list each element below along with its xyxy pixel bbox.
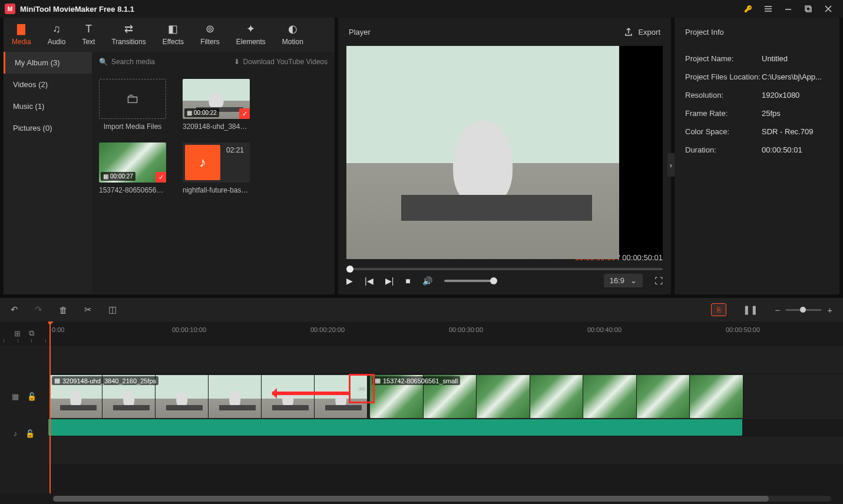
timeline-scrollbar[interactable] — [53, 496, 831, 502]
timeline-tracks[interactable]: 0:00 00:00:10:00 00:00:20:00 00:00:30:00… — [48, 321, 843, 493]
app-title: MiniTool MovieMaker Free 8.1.1 — [20, 5, 134, 14]
export-button[interactable]: Export — [624, 27, 660, 37]
sidebar-item-videos[interactable]: Videos (2) — [4, 74, 92, 95]
tab-filters[interactable]: ⊚Filters — [192, 18, 228, 52]
added-check-icon: ✓ — [156, 172, 166, 183]
export-icon — [624, 27, 633, 37]
tab-transitions[interactable]: ⇄Transitions — [103, 18, 154, 52]
attached-audio-strip[interactable] — [48, 419, 742, 436]
media-grid: 🗀 Import Media Files ▦00:00:22 ✓ 3209148… — [92, 72, 335, 294]
zoom-out-button[interactable]: − — [775, 305, 780, 315]
preview-area[interactable] — [346, 46, 663, 259]
sidebar-item-pictures[interactable]: Pictures (0) — [4, 117, 92, 139]
added-check-icon: ✓ — [239, 108, 250, 119]
tab-audio[interactable]: ♫Audio — [39, 18, 74, 52]
app-icon: M — [5, 4, 15, 14]
sidebar-item-myalbum[interactable]: My Album (3) — [4, 52, 92, 74]
sidebar-item-music[interactable]: Music (1) — [4, 95, 92, 117]
redo-button[interactable]: ↷ — [35, 304, 42, 315]
minimize-button[interactable] — [778, 0, 798, 18]
music-icon: ♪ — [185, 145, 220, 180]
motion-icon: ◐ — [288, 22, 297, 35]
timeline-area: ↶ ↷ 🗑 ✂ ◫ ⎘ ❚❚ − + ⊞ ⧉ ▦ 🔓 ♪ 🔓 — [0, 298, 843, 504]
chevron-down-icon: ⌄ — [630, 276, 637, 285]
split-button[interactable]: ✂ — [84, 304, 92, 315]
effects-icon: ◧ — [168, 22, 178, 35]
transitions-icon: ⇄ — [124, 22, 133, 35]
playhead[interactable] — [49, 321, 51, 493]
close-button[interactable] — [818, 0, 838, 18]
menu-icon[interactable] — [758, 0, 778, 18]
elements-icon: ✦ — [246, 22, 255, 35]
collapse-info-button[interactable]: › — [667, 153, 675, 177]
music-note-icon: ♫ — [52, 22, 61, 35]
project-info-panel: › Project Info Project Name:Untitled Pro… — [675, 18, 839, 294]
import-media-tile[interactable]: 🗀 Import Media Files — [99, 79, 166, 131]
search-input[interactable]: 🔍 Search media — [99, 58, 228, 66]
track-layers-button[interactable]: ⧉ — [29, 329, 34, 338]
volume-icon[interactable]: 🔊 — [422, 276, 432, 286]
audio-track-icon: ♪ — [14, 429, 18, 438]
project-info-title: Project Info — [675, 18, 839, 46]
svg-rect-1 — [806, 7, 811, 12]
media-sidebar: My Album (3) Videos (2) Music (1) Pictur… — [4, 52, 92, 294]
video-icon: ▦ — [375, 377, 381, 384]
clip-trim-handle[interactable]: ↔ — [349, 374, 375, 403]
player-panel: Player Export 00:00:00:00 / 00:00:50:01 … — [338, 18, 671, 294]
zoom-in-button[interactable]: + — [827, 305, 832, 315]
timeline-toolbar: ↶ ↷ 🗑 ✂ ◫ ⎘ ❚❚ − + — [0, 298, 843, 321]
crop-button[interactable]: ◫ — [108, 304, 117, 315]
svg-rect-0 — [805, 6, 810, 11]
stop-button[interactable]: ■ — [405, 276, 410, 286]
maximize-button[interactable] — [798, 0, 818, 18]
marker-button[interactable]: ❚❚ — [743, 304, 758, 315]
download-youtube-button[interactable]: ⬇ Download YouTube Videos — [234, 58, 328, 66]
timeline-clip-2[interactable]: ▦153742-806506561_small — [370, 375, 743, 418]
folder-icon: 🗀 — [126, 91, 139, 107]
auto-fit-button[interactable]: ⎘ — [711, 303, 726, 316]
timeline-ruler[interactable]: 0:00 00:00:10:00 00:00:20:00 00:00:30:00… — [48, 321, 843, 345]
video-icon: ▦ — [187, 110, 192, 116]
player-title: Player — [349, 28, 624, 37]
video-lock-button[interactable]: 🔓 — [27, 392, 37, 401]
fullscreen-button[interactable]: ⛶ — [654, 276, 663, 286]
progress-bar[interactable] — [346, 268, 663, 270]
filters-icon: ⊚ — [206, 22, 214, 35]
video-icon: ▦ — [103, 173, 108, 180]
tab-elements[interactable]: ✦Elements — [228, 18, 274, 52]
timeline-clip-1[interactable]: ▦3209148-uhd_3840_2160_25fps — [49, 375, 368, 418]
tab-effects[interactable]: ◧Effects — [154, 18, 192, 52]
search-icon: 🔍 — [99, 58, 108, 66]
audio-track[interactable] — [48, 436, 843, 464]
zoom-slider[interactable] — [786, 309, 821, 311]
video-icon: ▦ — [54, 377, 60, 384]
resize-cursor-icon: ↔ — [356, 383, 367, 395]
tab-media[interactable]: ▇Media — [4, 18, 39, 52]
license-key-icon[interactable] — [738, 0, 758, 18]
trim-arrow-annotation — [272, 392, 349, 395]
folder-icon: ▇ — [17, 22, 25, 35]
media-item-music1[interactable]: ♪ 02:21 nightfall-future-bass-... — [183, 142, 250, 194]
text-icon: T — [85, 22, 92, 35]
download-icon: ⬇ — [234, 58, 240, 66]
total-time: 00:00:50:01 — [622, 253, 663, 262]
next-frame-button[interactable]: ▶| — [385, 276, 394, 286]
prev-frame-button[interactable]: |◀ — [365, 276, 373, 286]
delete-button[interactable]: 🗑 — [59, 305, 68, 315]
tab-text[interactable]: TText — [74, 18, 103, 52]
undo-button[interactable]: ↶ — [11, 304, 18, 315]
video-track-icon: ▦ — [12, 392, 19, 401]
tab-motion[interactable]: ◐Motion — [274, 18, 312, 52]
play-button[interactable]: ▶ — [346, 276, 353, 286]
volume-slider[interactable] — [444, 280, 497, 282]
title-bar: M MiniTool MovieMaker Free 8.1.1 — [0, 0, 843, 18]
add-track-button[interactable]: ⊞ — [14, 329, 21, 338]
aspect-ratio-select[interactable]: 16:9 ⌄ — [604, 274, 643, 287]
media-tabs: ▇Media ♫Audio TText ⇄Transitions ◧Effect… — [4, 18, 335, 52]
media-item-clip1[interactable]: ▦00:00:22 ✓ 3209148-uhd_3840... — [183, 79, 250, 131]
audio-lock-button[interactable]: 🔓 — [25, 429, 35, 438]
media-item-clip2[interactable]: ▦00:00:27 ✓ 153742-806506561... — [99, 142, 166, 194]
media-panel: ▇Media ♫Audio TText ⇄Transitions ◧Effect… — [4, 18, 335, 294]
